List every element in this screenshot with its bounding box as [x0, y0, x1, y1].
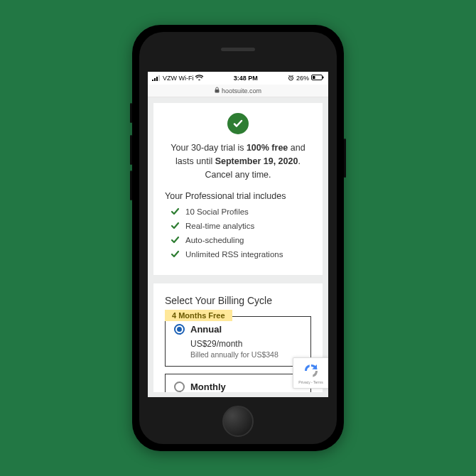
check-icon	[171, 249, 180, 259]
svg-rect-2	[156, 77, 158, 81]
svg-rect-6	[313, 76, 315, 79]
volume-down-button	[130, 171, 132, 200]
plan-annual-label: Annual	[190, 324, 222, 335]
browser-address-bar[interactable]: hootsuite.com	[148, 85, 328, 97]
check-icon	[171, 235, 180, 244]
check-icon	[171, 221, 180, 230]
wifi-icon	[195, 75, 203, 82]
plan-annual-price: US$29/month	[190, 339, 302, 349]
volume-up-button	[130, 135, 132, 165]
lock-icon	[215, 87, 220, 94]
mute-switch	[130, 103, 132, 123]
svg-rect-1	[154, 78, 156, 81]
svg-rect-7	[323, 77, 324, 79]
includes-heading: Your Professional trial includes	[165, 191, 311, 201]
svg-rect-3	[158, 75, 160, 81]
phone-speaker	[221, 48, 255, 51]
features-list: 10 Social Profiles Real-time analytics A…	[165, 207, 311, 259]
radio-selected-icon[interactable]	[174, 324, 185, 335]
recaptcha-label: Privacy - Terms	[298, 380, 323, 384]
recaptcha-badge[interactable]: Privacy - Terms	[293, 357, 328, 389]
billing-heading: Select Your Billing Cycle	[165, 295, 311, 306]
svg-rect-0	[152, 80, 153, 81]
trial-description: Your 30-day trial is 100% free and lasts…	[165, 141, 311, 181]
radio-unselected-icon[interactable]	[174, 382, 185, 392]
phone-frame: VZW Wi-Fi 3:48 PM 26%	[132, 25, 344, 451]
power-button	[344, 139, 346, 178]
trial-info-card: Your 30-day trial is 100% free and lasts…	[153, 103, 323, 275]
check-icon	[171, 207, 180, 216]
feature-item: Unlimited RSS integrations	[171, 249, 311, 259]
promo-badge: 4 Months Free	[165, 310, 232, 321]
check-circle-icon	[227, 113, 249, 134]
page-content[interactable]: Your 30-day trial is 100% free and lasts…	[148, 97, 328, 397]
alarm-icon	[288, 75, 294, 82]
plan-option-annual[interactable]: 4 Months Free Annual US$29/month Billed …	[165, 316, 311, 367]
plan-monthly-label: Monthly	[190, 382, 226, 392]
plan-annual-billed: Billed annually for US$348	[190, 350, 302, 359]
status-bar: VZW Wi-Fi 3:48 PM 26%	[148, 72, 328, 85]
signal-icon	[152, 75, 161, 81]
feature-item: Auto-scheduling	[171, 235, 311, 244]
clock: 3:48 PM	[234, 75, 258, 82]
carrier-label: VZW Wi-Fi	[163, 75, 193, 82]
url-domain: hootsuite.com	[222, 87, 261, 94]
feature-item: 10 Social Profiles	[171, 207, 311, 216]
recaptcha-icon	[303, 362, 320, 379]
plan-option-monthly[interactable]: Monthly	[165, 374, 311, 392]
feature-item: Real-time analytics	[171, 221, 311, 230]
screen: VZW Wi-Fi 3:48 PM 26%	[148, 72, 328, 397]
battery-icon	[311, 75, 324, 82]
home-button[interactable]	[222, 406, 254, 437]
svg-rect-8	[215, 90, 219, 93]
battery-label: 26%	[296, 75, 309, 82]
